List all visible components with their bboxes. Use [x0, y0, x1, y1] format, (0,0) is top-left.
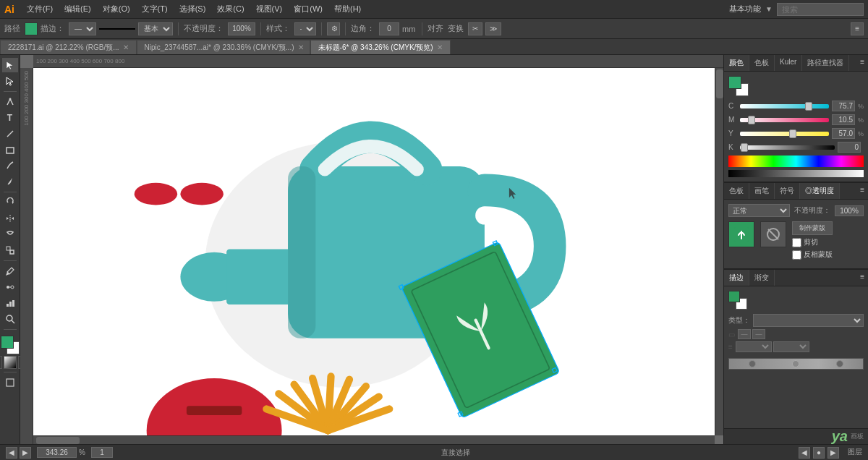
stroke-style-btn-1[interactable]: — — [738, 329, 751, 339]
canvas-nav-next[interactable]: ▶ — [827, 447, 839, 459]
tab-0[interactable]: 2228171.ai @ 212.22% (RGB/预... ✕ — [0, 40, 137, 54]
rect-tool[interactable] — [2, 142, 18, 157]
pen-tool[interactable] — [2, 95, 18, 109]
panel-options-btn[interactable]: ≡ — [851, 22, 864, 35]
gradient-stop-3[interactable] — [836, 360, 843, 367]
gradient-stop-1[interactable] — [749, 360, 756, 367]
channel-Y-thumb[interactable] — [789, 129, 796, 138]
mirror-tool[interactable] — [2, 211, 18, 226]
stroke-menu-btn[interactable]: ≡ — [856, 270, 868, 286]
tab-2[interactable]: 未标题-6* @ 343.26% (CMYK/预览) ✕ — [310, 40, 451, 54]
scale-tool[interactable] — [2, 243, 18, 257]
channel-K-input[interactable] — [838, 142, 861, 153]
opacity-input-2[interactable] — [835, 205, 864, 216]
gradient-preview[interactable] — [728, 358, 864, 370]
channel-K-thumb[interactable] — [741, 143, 748, 152]
menu-object[interactable]: 对象(O) — [98, 2, 135, 16]
stroke-size-select-1[interactable] — [736, 341, 772, 352]
stroke-dropdown[interactable]: — — [69, 22, 96, 35]
workspace-dropdown-icon[interactable]: ▼ — [765, 5, 773, 13]
panel-tab-swatches[interactable]: 色板 — [749, 55, 775, 71]
rotate-tool[interactable] — [2, 195, 18, 210]
menu-effect[interactable]: 效果(C) — [212, 2, 249, 16]
channel-M-thumb[interactable] — [748, 116, 755, 124]
channel-Y-input[interactable] — [832, 128, 855, 139]
gradient-stop-2[interactable] — [792, 360, 799, 367]
eyedropper-tool[interactable] — [2, 264, 18, 278]
channel-M-input[interactable] — [832, 114, 855, 125]
column-graph-tool[interactable] — [2, 296, 18, 310]
line-tool[interactable] — [2, 127, 18, 141]
selection-tool[interactable] — [2, 58, 18, 72]
panel-tab-pathfinder[interactable]: 路径查找器 — [802, 55, 849, 71]
base-dropdown[interactable]: 基本 — [138, 22, 173, 35]
channel-C-input[interactable] — [832, 101, 855, 111]
more-options-btn[interactable]: ≫ — [485, 22, 501, 35]
blend-mode-select[interactable]: 正常 — [728, 204, 790, 217]
panel-name[interactable]: 画板 — [851, 432, 864, 441]
direct-selection-tool[interactable] — [2, 74, 18, 88]
corner-input[interactable] — [379, 22, 399, 35]
channel-K-track[interactable] — [740, 145, 835, 150]
scroll-horizontal[interactable] — [33, 435, 715, 444]
opacity-input[interactable] — [228, 22, 255, 35]
blend-tool[interactable] — [2, 280, 18, 294]
grayscale-bar[interactable] — [728, 170, 864, 177]
fill-color-swatch[interactable] — [25, 22, 38, 35]
panel-menu-btn[interactable]: ≡ — [856, 55, 868, 71]
tab-2-close[interactable]: ✕ — [437, 43, 443, 51]
stroke-fg-swatch[interactable] — [728, 291, 740, 302]
menu-text[interactable]: 文字(T) — [137, 2, 173, 16]
type-tool[interactable]: T — [2, 111, 18, 125]
spectrum-bar[interactable] — [728, 156, 864, 167]
menu-select[interactable]: 选择(S) — [174, 2, 211, 16]
tab-0-close[interactable]: ✕ — [123, 43, 129, 51]
extra-options-btn[interactable]: ✂ — [468, 22, 482, 35]
none-swatch[interactable]: ╱ — [0, 356, 2, 369]
zoom-tool[interactable] — [2, 312, 18, 326]
menu-view[interactable]: 视图(V) — [251, 2, 288, 16]
panel-tab-kuler[interactable]: Kuler — [775, 55, 802, 71]
canvas-area[interactable]: 100 200 300 400 500 600 700 800 100 200 … — [20, 55, 723, 444]
panel-tab-transparency[interactable]: ◎透明度 — [800, 183, 840, 199]
menu-help[interactable]: 帮助(H) — [329, 2, 366, 16]
style-dropdown[interactable]: — — [294, 22, 316, 35]
make-clip-btn[interactable]: 制作蒙版 — [792, 221, 833, 235]
stroke-type-select[interactable] — [753, 314, 864, 327]
fg-swatch[interactable] — [728, 76, 741, 89]
panel-tab-gradient[interactable]: 渐变 — [749, 270, 775, 286]
menu-edit[interactable]: 编辑(E) — [59, 2, 96, 16]
screen-mode-btn[interactable] — [2, 375, 18, 390]
tab-1[interactable]: Nipic_23744587...ai* @ 230.36% (CMYK/预..… — [137, 40, 310, 54]
paint-brush-tool[interactable] — [2, 174, 18, 189]
canvas-nav-prev[interactable]: ◀ — [799, 447, 810, 459]
invert-checkbox[interactable] — [792, 250, 801, 260]
tab-1-close[interactable]: ✕ — [298, 43, 304, 51]
panel-tab-stroke[interactable]: 描边 — [724, 270, 749, 286]
channel-C-thumb[interactable] — [805, 102, 812, 111]
channel-Y-track[interactable] — [740, 132, 829, 136]
transparency-menu-btn[interactable]: ≡ — [856, 183, 868, 199]
menu-window[interactable]: 窗口(W) — [289, 2, 328, 16]
scroll-vertical[interactable] — [715, 68, 723, 435]
channel-M-track[interactable] — [740, 118, 829, 122]
pencil-tool[interactable] — [2, 158, 18, 173]
nav-next-btn[interactable]: ▶ — [20, 447, 31, 459]
panel-tab-swatches2[interactable]: 色板 — [724, 183, 749, 199]
gear-btn[interactable]: ⚙ — [327, 22, 340, 35]
menu-file[interactable]: 文件(F) — [22, 2, 58, 16]
panel-tab-brush[interactable]: 画笔 — [749, 183, 775, 199]
canvas-nav-mid[interactable]: ● — [813, 447, 825, 459]
zoom-input[interactable] — [37, 447, 77, 458]
cut-checkbox[interactable] — [792, 238, 801, 247]
search-input[interactable] — [777, 3, 864, 16]
fg-color-box[interactable] — [1, 336, 14, 349]
gradient-swatch[interactable] — [4, 356, 17, 369]
artboard-input[interactable] — [91, 447, 113, 458]
stroke-style-btn-2[interactable]: — — [752, 329, 765, 339]
panel-tab-color[interactable]: 颜色 — [724, 55, 749, 71]
panel-tab-symbol[interactable]: 符号 — [775, 183, 800, 199]
nav-prev-btn[interactable]: ◀ — [6, 447, 17, 459]
warp-tool[interactable] — [2, 227, 18, 242]
stroke-size-select-2[interactable] — [773, 341, 809, 352]
